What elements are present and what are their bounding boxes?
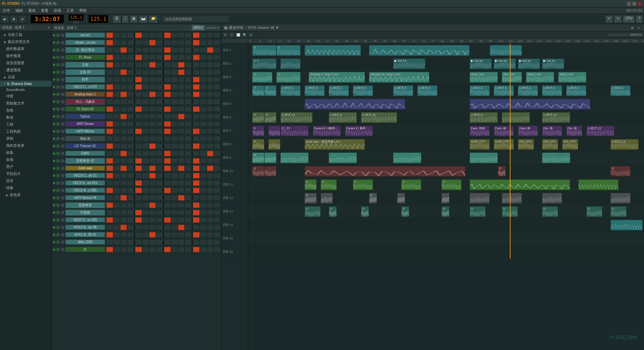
pl-clip-12[interactable]: U [610,206,627,217]
beat-pad-22-14[interactable] [207,195,214,201]
pl-clip-3[interactable]: U [252,85,264,96]
beat-pad-13-10[interactable] [178,129,185,134]
track-solo-19[interactable] [61,174,65,178]
beat-pad-10-14[interactable] [207,106,214,112]
beat-pad-14-13[interactable] [200,136,207,141]
beat-pad-9-1[interactable] [113,99,120,104]
beat-pad-10-7[interactable] [156,106,163,112]
beat-pad-11-7[interactable] [156,114,163,119]
beat-pad-20-8[interactable] [164,180,171,186]
track-mute-13[interactable] [56,129,60,133]
track-name-13[interactable]: reFX Nexus [65,129,105,134]
track-name-4[interactable]: 主鼓 [65,62,105,68]
pl-clip-7[interactable]: Gol..LFO [518,139,534,150]
track-solo-12[interactable] [61,122,65,126]
beat-pad-3-4[interactable] [135,55,142,60]
play-button[interactable]: ▶ [1,15,9,23]
sidebar-item-voice[interactable]: 语音 [0,177,52,184]
track-mute-3[interactable] [56,55,60,59]
beat-pad-18-12[interactable] [193,166,200,171]
pl-clip-1[interactable]: ▶ voc b1 [542,58,564,69]
pl-clip-12[interactable]: U [586,206,602,217]
beat-pad-9-11[interactable] [185,99,192,104]
beat-pad-25-10[interactable] [178,217,185,223]
beat-pad-8-10[interactable] [178,92,185,97]
beat-pad-26-6[interactable] [149,225,156,230]
sidebar-item-beat-slice[interactable]: 节拍切片 [0,170,52,177]
beat-pad-21-15[interactable] [214,188,220,193]
maximize-button[interactable]: □ [632,1,637,6]
track-mute-4[interactable] [56,63,60,67]
track-led-20[interactable] [53,182,55,184]
beat-pad-1-10[interactable] [178,40,185,45]
beat-pad-22-0[interactable] [106,195,113,201]
beat-pad-17-0[interactable] [106,158,113,164]
beat-pad-29-15[interactable] [214,247,220,252]
menu-help[interactable]: 帮助 [78,8,88,13]
pl-clip-7[interactable]: Gol..LFO [542,139,558,150]
beat-pad-0-5[interactable] [142,33,149,38]
beat-pad-19-9[interactable] [171,173,178,178]
track-led-24[interactable] [53,211,55,214]
beat-pad-28-9[interactable] [171,239,178,245]
beat-pad-1-14[interactable] [207,40,214,45]
beat-pad-22-12[interactable] [193,195,200,201]
pl-track-row-7[interactable]: UGold saw - 通道声像 LFOGold..LFOGold_LFOGol… [248,138,644,151]
track-mute-1[interactable] [56,41,60,45]
beat-pad-9-8[interactable] [164,99,171,104]
channel-btn[interactable]: ♩ [122,15,128,23]
beat-pad-2-2[interactable] [120,47,127,53]
beat-pad-17-5[interactable] [142,158,149,164]
beat-pad-3-5[interactable] [142,55,149,60]
beat-close[interactable]: × [217,26,219,30]
pl-track-row-8[interactable]: U [248,151,644,165]
beat-pad-13-12[interactable] [193,129,200,134]
beat-pad-6-2[interactable] [120,77,127,82]
beat-pad-22-13[interactable] [200,195,207,201]
pl-clip-3[interactable]: U 样式 5 [542,85,562,96]
beat-pad-12-12[interactable] [193,121,200,127]
beat-pad-6-0[interactable] [106,77,113,82]
pl-clip-3[interactable]: U 样式 6 [494,85,514,96]
beat-pad-0-7[interactable] [156,33,163,38]
beat-pad-25-14[interactable] [207,217,214,223]
pl-clip-6[interactable]: U_ 13 [280,126,309,136]
beat-pad-19-6[interactable] [149,173,156,178]
beat-pad-15-11[interactable] [185,143,192,149]
pl-clip-12[interactable]: U [542,206,558,217]
menu-file[interactable]: 文件 [1,8,11,13]
pl-stretch-btn[interactable]: STRETCH [629,32,643,38]
pl-clip-6[interactable]: Par..格 [566,126,582,136]
beat-pad-14-15[interactable] [214,136,220,141]
sidebar-item-user[interactable]: 用户 [0,163,52,170]
beat-pad-6-10[interactable] [178,77,185,82]
track-led-21[interactable] [53,189,55,192]
beat-pad-8-4[interactable] [135,92,142,97]
beat-pad-13-2[interactable] [120,129,127,134]
pl-track-row-11[interactable]: UU [248,191,644,205]
pl-track-row-14[interactable] [248,232,644,245]
pl-clip-3[interactable]: U 样式 6 [518,85,538,96]
menu-edit[interactable]: 编辑 [14,8,24,13]
beat-pad-7-14[interactable] [207,84,214,90]
beat-pad-25-11[interactable] [185,217,192,223]
track-solo-27[interactable] [61,233,65,237]
beat-pad-1-1[interactable] [113,40,120,45]
pl-track-row-2[interactable]: UUzhuang xi..eng ni voxzhuang xin..eng n… [248,71,644,84]
beat-pad-23-9[interactable] [171,203,178,208]
track-led-2[interactable] [53,49,55,51]
beat-pad-3-12[interactable] [193,55,200,60]
pl-clip-12[interactable]: U [361,206,369,217]
beat-pad-8-7[interactable] [156,92,163,97]
beat-pad-18-6[interactable] [149,166,156,171]
beat-pad-6-12[interactable] [193,77,200,82]
beat-pad-20-15[interactable] [214,180,220,186]
beat-pad-28-13[interactable] [200,239,207,245]
beat-pad-20-11[interactable] [185,180,192,186]
sidebar-item-envelope[interactable]: 包络 [0,107,52,114]
pl-clip-1[interactable]: ▶ voc b1 [494,58,516,69]
beat-pad-20-9[interactable] [171,180,178,186]
beat-pad-17-6[interactable] [149,158,156,164]
pl-clip-3[interactable]: U 样式 5 [280,85,301,96]
beat-pad-16-14[interactable] [207,151,214,156]
